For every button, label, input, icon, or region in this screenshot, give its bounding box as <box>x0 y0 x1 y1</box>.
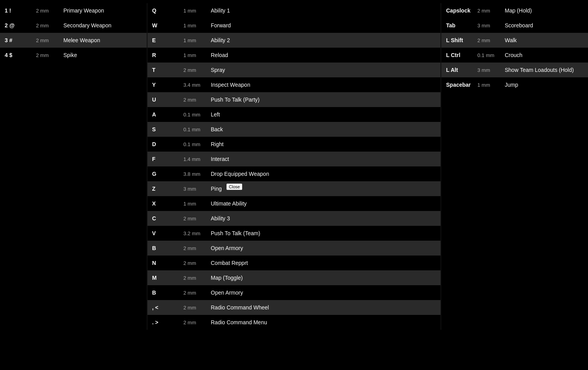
table-row[interactable]: X1 mmUltimate Ability <box>147 196 441 211</box>
key-label: B <box>152 290 183 296</box>
mm-value: 1 mm <box>477 82 505 88</box>
action-label: Show Team Loadouts (Hold) <box>505 67 583 73</box>
mm-value: 2 mm <box>183 67 211 73</box>
action-label: Ability 2 <box>211 37 436 43</box>
mm-value: 2 mm <box>183 320 211 325</box>
key-label: 2 @ <box>5 22 36 29</box>
key-label: V <box>152 230 183 236</box>
mm-value: 0.1 mm <box>183 112 211 118</box>
table-row[interactable]: W1 mmForward <box>147 18 441 33</box>
action-label: Left <box>211 111 436 118</box>
table-row[interactable]: B2 mmOpen Armory <box>147 285 441 300</box>
action-label: Right <box>211 141 436 147</box>
table-row[interactable]: V3.2 mmPush To Talk (Team) <box>147 226 441 241</box>
key-label: N <box>152 260 183 266</box>
action-label: Open Armory <box>211 290 436 296</box>
table-row[interactable]: S0.1 mmBack <box>147 122 441 137</box>
mm-value: 2 mm <box>36 8 63 14</box>
key-label: 3 # <box>5 37 36 43</box>
table-row[interactable]: B2 mmOpen Armory <box>147 241 441 256</box>
action-label: Back <box>211 126 436 132</box>
table-row[interactable]: U2 mmPush To Talk (Party) <box>147 92 441 107</box>
action-label: Interact <box>211 156 436 162</box>
action-label: Crouch <box>505 52 583 58</box>
action-label: Radio Command Wheel <box>211 304 436 311</box>
mm-value: 2 mm <box>36 23 63 29</box>
key-label: Q <box>152 7 183 14</box>
table-row[interactable]: A0.1 mmLeft <box>147 107 441 122</box>
table-row[interactable]: Capslock2 mmMap (Hold) <box>441 3 588 18</box>
action-label: Ability 3 <box>211 215 436 222</box>
action-label: Jump <box>505 82 583 88</box>
key-label: L Alt <box>446 67 477 73</box>
table-row[interactable]: Q1 mmAbility 1 <box>147 3 441 18</box>
key-label: L Shift <box>446 37 477 43</box>
action-label: Ability 1 <box>211 7 436 14</box>
table-row[interactable]: . >2 mmRadio Command Menu <box>147 315 441 330</box>
table-row[interactable]: G3.8 mmDrop Equipped Weapon <box>147 166 441 181</box>
table-row[interactable]: N2 mmCombat Repprt <box>147 256 441 270</box>
key-label: C <box>152 215 183 222</box>
table-row[interactable]: D0.1 mmRight <box>147 137 441 152</box>
table-row[interactable]: 2 @2 mmSecondary Weapon <box>0 18 147 33</box>
mm-value: 2 mm <box>477 38 505 43</box>
mm-value: 3 mm <box>477 67 505 73</box>
mm-value: 1 mm <box>183 201 211 207</box>
mm-value: 2 mm <box>183 216 211 222</box>
action-label: Radio Command Menu <box>211 319 436 325</box>
key-label: Tab <box>446 22 477 29</box>
mm-value: 2 mm <box>36 38 63 43</box>
action-label: Scoreboard <box>505 22 583 29</box>
action-label: Push To Talk (Team) <box>211 230 436 236</box>
table-row[interactable]: , <2 mmRadio Command Wheel <box>147 300 441 315</box>
table-row[interactable]: Z3 mmPing <box>147 181 441 196</box>
action-label: Combat Repprt <box>211 260 436 266</box>
mm-value: 3 mm <box>183 186 211 192</box>
action-label: Open Armory <box>211 245 436 251</box>
key-label: B <box>152 245 183 251</box>
mm-value: 1.4 mm <box>183 156 211 162</box>
action-label: Map (Toggle) <box>211 275 436 281</box>
column-1: 1 !2 mmPrimary Weapon2 @2 mmSecondary We… <box>0 3 147 330</box>
key-label: Y <box>152 82 183 88</box>
column-2: Q1 mmAbility 1W1 mmForwardE1 mmAbility 2… <box>147 3 441 330</box>
key-label: . > <box>152 319 183 325</box>
table-row[interactable]: F1.4 mmInteract <box>147 152 441 166</box>
table-row[interactable]: M2 mmMap (Toggle) <box>147 270 441 285</box>
mm-value: 3.8 mm <box>183 171 211 177</box>
table-row[interactable]: Spacebar1 mmJump <box>441 77 588 92</box>
table-row[interactable]: R1 mmReload <box>147 48 441 63</box>
action-label: Ping <box>211 186 436 192</box>
mm-value: 2 mm <box>477 8 505 14</box>
mm-value: 1 mm <box>183 38 211 43</box>
mm-value: 0.1 mm <box>183 141 211 147</box>
mm-value: 1 mm <box>183 23 211 29</box>
table-row[interactable]: Y3.4 mmInspect Weapon <box>147 77 441 92</box>
table-row[interactable]: L Ctrl0.1 mmCrouch <box>441 48 588 63</box>
table-row[interactable]: 3 #2 mmMelee Weapon <box>0 33 147 48</box>
mm-value: 2 mm <box>183 275 211 281</box>
table-row[interactable]: Tab3 mmScoreboard <box>441 18 588 33</box>
key-label: M <box>152 275 183 281</box>
mm-value: 2 mm <box>183 290 211 296</box>
keybind-layout: 1 !2 mmPrimary Weapon2 @2 mmSecondary We… <box>0 0 588 333</box>
mm-value: 1 mm <box>183 52 211 58</box>
action-label: Melee Weapon <box>63 37 142 43</box>
key-label: T <box>152 67 183 73</box>
table-row[interactable]: 1 !2 mmPrimary Weapon <box>0 3 147 18</box>
action-label: Drop Equipped Weapon <box>211 171 436 177</box>
key-label: X <box>152 200 183 207</box>
table-row[interactable]: C2 mmAbility 3 <box>147 211 441 226</box>
table-row[interactable]: E1 mmAbility 2 <box>147 33 441 48</box>
mm-value: 2 mm <box>36 52 63 58</box>
mm-value: 3 mm <box>477 23 505 29</box>
table-row[interactable]: T2 mmSpray <box>147 63 441 77</box>
table-row[interactable]: 4 $2 mmSpike <box>0 48 147 63</box>
key-label: S <box>152 126 183 132</box>
action-label: Forward <box>211 22 436 29</box>
action-label: Secondary Weapon <box>63 22 142 29</box>
table-row[interactable]: L Alt3 mmShow Team Loadouts (Hold) <box>441 63 588 77</box>
action-label: Reload <box>211 52 436 58</box>
mm-value: 1 mm <box>183 8 211 14</box>
table-row[interactable]: L Shift2 mmWalk <box>441 33 588 48</box>
